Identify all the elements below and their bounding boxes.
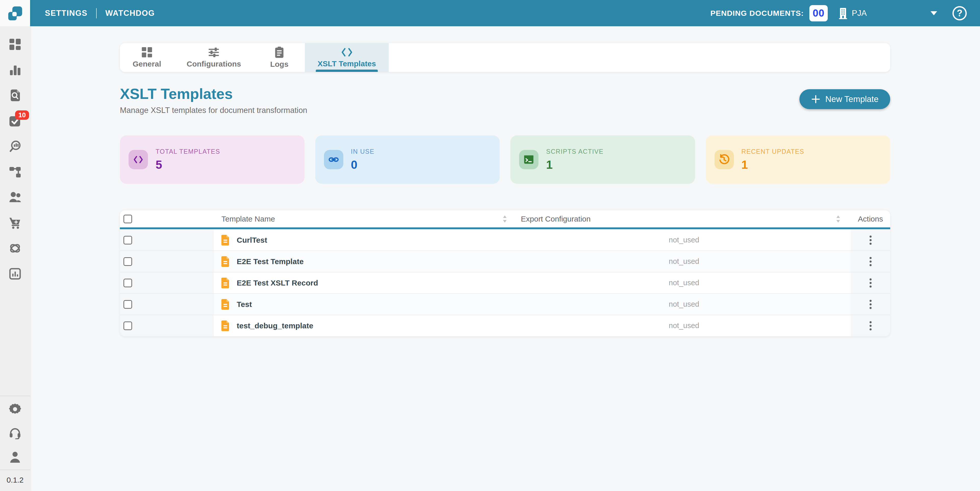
history-clock-icon <box>714 150 734 169</box>
stat-card-total-templates: TOTAL TEMPLATES 5 <box>120 135 305 184</box>
cart-add-icon <box>9 217 21 229</box>
table-row: CurlTest not_used <box>120 229 890 251</box>
sidebar: 10 <box>0 0 30 491</box>
page-header: XSLT Templates Manage XSLT templates for… <box>120 85 890 115</box>
table-row: Test not_used <box>120 294 890 315</box>
file-icon <box>221 299 230 310</box>
row-checkbox[interactable] <box>124 236 132 245</box>
organization-name: PJA <box>852 8 867 18</box>
export-configuration-value: not_used <box>517 279 851 287</box>
template-name[interactable]: E2E Test XSLT Record <box>237 279 318 287</box>
select-all-checkbox[interactable] <box>124 215 132 223</box>
top-right: PENDING DOCUMENTS: 00 PJA <box>710 5 967 21</box>
bar-chart-icon <box>9 64 21 76</box>
tab-configurations[interactable]: Configurations <box>174 43 254 72</box>
chevron-down-icon[interactable] <box>931 11 937 15</box>
main-area: SETTINGS WATCHDOG PENDING DOCUMENTS: 00 <box>30 0 980 491</box>
sidebar-item-search-insights[interactable] <box>9 140 21 153</box>
template-name[interactable]: CurlTest <box>237 236 267 245</box>
sidebar-bottom: 0.1.2 <box>0 396 30 491</box>
row-checkbox[interactable] <box>124 321 132 330</box>
chart-box-icon <box>9 268 21 280</box>
help-button[interactable]: ? <box>953 6 967 21</box>
row-checkbox[interactable] <box>124 279 132 287</box>
sidebar-item-support[interactable] <box>9 427 21 440</box>
stat-value: 1 <box>741 158 805 172</box>
stat-label: RECENT UPDATES <box>741 148 805 155</box>
sidebar-item-profile[interactable] <box>9 451 21 464</box>
stat-card-in-use: IN USE 0 <box>315 135 500 184</box>
tab-configurations-label: Configurations <box>187 60 241 68</box>
sidebar-item-reports[interactable] <box>9 267 21 280</box>
gear-icon <box>9 403 21 415</box>
building-icon <box>838 7 848 19</box>
sidebar-item-users[interactable] <box>9 191 21 204</box>
new-template-button[interactable]: New Template <box>799 89 891 109</box>
templates-table: Template Name Export Configuration <box>120 210 890 336</box>
document-search-icon <box>9 89 21 101</box>
stat-label: SCRIPTS ACTIVE <box>546 148 603 155</box>
sidebar-bottom-group <box>0 396 30 470</box>
general-icon <box>142 47 152 57</box>
nav-settings[interactable]: SETTINGS <box>45 9 88 18</box>
file-icon <box>221 278 230 288</box>
sidebar-item-hierarchy[interactable] <box>9 165 21 178</box>
stat-label: IN USE <box>351 148 374 155</box>
row-actions-menu[interactable] <box>867 276 874 290</box>
template-name[interactable]: E2E Test Template <box>237 257 304 266</box>
logs-icon <box>274 47 284 58</box>
table-header: Template Name Export Configuration <box>120 210 890 229</box>
sidebar-item-orbit[interactable] <box>9 242 21 255</box>
headset-icon <box>9 427 21 439</box>
stat-value: 5 <box>156 158 220 172</box>
users-icon <box>9 191 21 203</box>
pending-documents-label: PENDING DOCUMENTS: <box>710 9 804 17</box>
export-configuration-value: not_used <box>517 321 851 330</box>
export-configuration-value: not_used <box>517 257 851 265</box>
nav-watchdog[interactable]: WATCHDOG <box>105 9 155 18</box>
orbit-icon <box>9 242 21 254</box>
column-template-name: Template Name <box>221 215 275 223</box>
column-actions: Actions <box>858 215 883 223</box>
logo-icon <box>7 5 23 21</box>
table-row: E2E Test XSLT Record not_used <box>120 272 890 294</box>
page-subtitle: Manage XSLT templates for document trans… <box>120 106 307 115</box>
sidebar-item-document-search[interactable] <box>9 89 21 102</box>
row-checkbox[interactable] <box>124 300 132 309</box>
tab-logs-label: Logs <box>270 60 288 68</box>
sidebar-item-analytics[interactable] <box>9 64 21 76</box>
sidebar-item-tasks[interactable]: 10 <box>9 114 21 127</box>
row-checkbox[interactable] <box>124 257 132 266</box>
sidebar-item-dashboard[interactable] <box>9 38 21 51</box>
table-row: test_debug_template not_used <box>120 315 890 336</box>
template-name[interactable]: test_debug_template <box>237 321 313 330</box>
row-actions-menu[interactable] <box>867 233 874 247</box>
sort-export-configuration-icon[interactable] <box>836 215 840 223</box>
file-icon <box>221 235 230 246</box>
tab-general[interactable]: General <box>120 43 174 72</box>
template-name[interactable]: Test <box>237 300 252 309</box>
tab-logs[interactable]: Logs <box>254 43 305 72</box>
code-brackets-icon <box>341 47 353 57</box>
stat-value: 1 <box>546 158 603 172</box>
app-logo[interactable] <box>0 0 30 26</box>
nav-separator <box>96 8 97 18</box>
stat-cards: TOTAL TEMPLATES 5 <box>120 135 890 184</box>
sort-template-name-icon[interactable] <box>503 215 507 223</box>
dashboard-icon <box>9 38 21 50</box>
page-title: XSLT Templates <box>120 85 307 102</box>
row-actions-menu[interactable] <box>867 319 874 333</box>
tab-xslt-templates[interactable]: XSLT Templates <box>305 43 389 72</box>
row-actions-menu[interactable] <box>867 254 874 269</box>
user-icon <box>9 451 21 463</box>
row-actions-menu[interactable] <box>867 297 874 311</box>
organization-selector[interactable]: PJA <box>838 7 867 19</box>
search-insights-icon <box>9 140 21 152</box>
export-configuration-value: not_used <box>517 300 851 308</box>
stat-card-scripts-active: SCRIPTS ACTIVE 1 <box>511 135 695 184</box>
terminal-icon <box>519 150 538 169</box>
app-root: 10 <box>0 0 980 491</box>
settings-tabs: General Configurations <box>120 43 890 72</box>
sidebar-item-cart[interactable] <box>9 216 21 229</box>
sidebar-item-settings[interactable] <box>9 403 21 416</box>
